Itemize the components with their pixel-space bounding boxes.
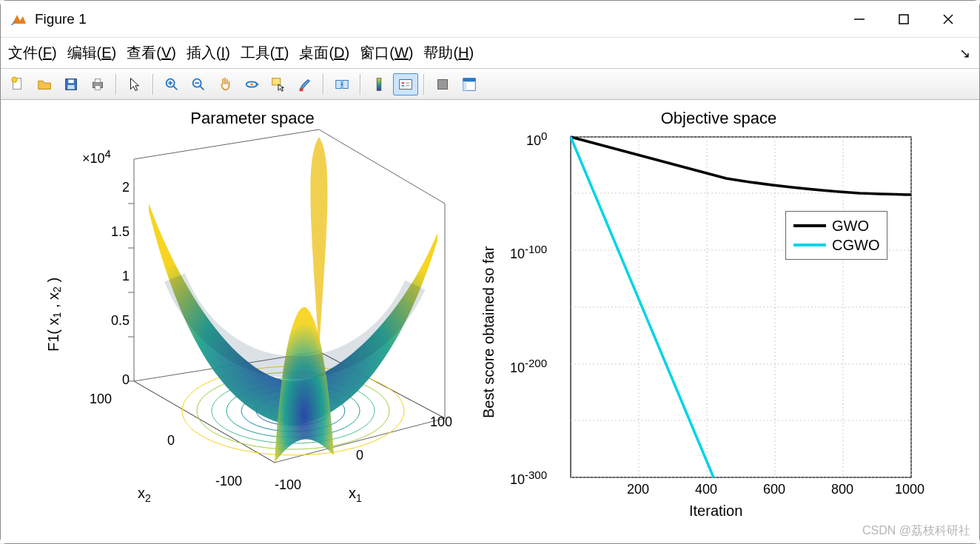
- y-tick: 100: [90, 392, 112, 407]
- y-tick: 0: [167, 433, 175, 449]
- x-tick: -100: [275, 477, 301, 493]
- svg-point-20: [250, 83, 253, 86]
- y-tick: 10-300: [510, 469, 547, 488]
- toolbar-separator: [323, 74, 324, 95]
- show-plot-tools-icon: [461, 76, 477, 93]
- svg-rect-1: [899, 15, 908, 24]
- open-folder-icon: [36, 76, 53, 93]
- minimize-button[interactable]: [837, 4, 882, 34]
- menu-insert[interactable]: 插入(I): [187, 43, 230, 63]
- z-tick: 0: [112, 372, 130, 388]
- legend-swatch-cgwo: [793, 244, 826, 246]
- legend-swatch-gwo: [793, 224, 826, 227]
- new-figure-button[interactable]: [5, 73, 30, 95]
- y-axis-label: x2: [138, 485, 151, 504]
- data-cursor-button[interactable]: [266, 73, 291, 95]
- open-button[interactable]: [32, 73, 57, 95]
- brush-button[interactable]: [292, 73, 318, 95]
- legend-entry-cgwo[interactable]: CGWO: [793, 235, 879, 255]
- brush-icon: [297, 76, 313, 93]
- x-tick: 100: [430, 414, 452, 430]
- gwo-line: [571, 137, 911, 195]
- svg-point-5: [12, 76, 17, 81]
- dock-arrow-icon[interactable]: ↘: [957, 46, 972, 61]
- x-tick: 600: [763, 482, 785, 497]
- zoom-out-button[interactable]: [186, 73, 211, 95]
- svg-rect-31: [438, 79, 448, 89]
- y-tick: -100: [215, 474, 242, 489]
- maximize-icon: [898, 13, 910, 25]
- toolbar: [1, 69, 979, 100]
- zoom-in-icon: [164, 76, 180, 93]
- show-plot-tools-button[interactable]: [457, 73, 482, 95]
- hide-plot-tools-icon: [434, 76, 451, 93]
- link-plots-button[interactable]: [329, 73, 355, 95]
- figure-window: Figure 1 文件(F) 编辑(E) 查看(V) 插入(I) 工具(T) 桌…: [0, 0, 980, 544]
- x-tick: 400: [695, 482, 717, 497]
- legend-button[interactable]: [393, 73, 418, 95]
- print-button[interactable]: [85, 73, 110, 95]
- objective-space-axes[interactable]: [519, 122, 978, 522]
- y-tick: 10-100: [510, 243, 547, 262]
- toolbar-separator: [360, 74, 361, 95]
- edit-plot-button[interactable]: [122, 73, 147, 95]
- legend-entry-gwo[interactable]: GWO: [793, 216, 879, 235]
- z-axis-exponent: ×104: [82, 147, 111, 167]
- svg-line-42: [319, 130, 445, 204]
- cgwo-line: [571, 137, 714, 477]
- save-icon: [63, 76, 79, 93]
- z-tick: 0.5: [97, 313, 130, 329]
- new-file-icon: [10, 76, 26, 93]
- pointer-icon: [127, 76, 143, 93]
- window-controls: [837, 4, 970, 34]
- z-tick: 2: [112, 180, 130, 195]
- close-button[interactable]: [926, 4, 970, 34]
- svg-rect-26: [400, 79, 412, 89]
- zoom-out-icon: [190, 76, 207, 93]
- legend-label: CGWO: [832, 237, 879, 254]
- z-tick: 1.5: [97, 224, 130, 240]
- menu-tools[interactable]: 工具(T): [241, 43, 289, 63]
- x-axis-label: x1: [349, 485, 362, 504]
- legend[interactable]: GWO CGWO: [785, 211, 887, 260]
- data-cursor-icon: [270, 76, 286, 93]
- toolbar-separator: [152, 74, 154, 95]
- svg-rect-33: [463, 78, 476, 81]
- svg-rect-23: [336, 80, 341, 88]
- menu-file[interactable]: 文件(F): [8, 43, 57, 63]
- watermark-text: CSDN @荔枝科研社: [862, 523, 970, 539]
- zoom-in-button[interactable]: [159, 73, 184, 95]
- titlebar: Figure 1: [1, 1, 979, 38]
- plot-area: Parameter space: [1, 100, 979, 543]
- y-tick: 100: [526, 130, 547, 149]
- maximize-button[interactable]: [882, 4, 926, 34]
- menu-edit[interactable]: 编辑(E): [67, 43, 117, 63]
- pan-icon: [217, 76, 233, 93]
- svg-rect-10: [95, 78, 100, 82]
- pan-button[interactable]: [212, 73, 238, 95]
- z-axis-label: F1( x1 , x2 ): [45, 218, 63, 352]
- rotate-3d-icon: [244, 76, 260, 93]
- menubar: 文件(F) 编辑(E) 查看(V) 插入(I) 工具(T) 桌面(D) 窗口(W…: [1, 38, 979, 69]
- svg-rect-34: [463, 81, 467, 90]
- svg-line-41: [134, 130, 319, 159]
- menu-window[interactable]: 窗口(W): [360, 43, 413, 63]
- x-tick: 200: [627, 482, 649, 497]
- legend-label: GWO: [832, 218, 869, 235]
- save-button[interactable]: [58, 73, 84, 95]
- menu-help[interactable]: 帮助(H): [423, 43, 474, 63]
- x-tick: 0: [356, 448, 363, 463]
- x-tick: 800: [831, 482, 853, 497]
- colorbar-button[interactable]: [366, 73, 392, 95]
- window-title: Figure 1: [35, 11, 837, 27]
- parameter-space-axes[interactable]: [1, 115, 474, 529]
- rotate3d-button[interactable]: [239, 73, 264, 95]
- menu-view[interactable]: 查看(V): [127, 43, 176, 63]
- svg-rect-7: [68, 79, 73, 83]
- link-plots-icon: [334, 76, 350, 93]
- close-icon: [942, 13, 954, 25]
- menu-desktop[interactable]: 桌面(D): [299, 43, 349, 63]
- surface-plot: [149, 137, 437, 463]
- hide-plot-tools-button[interactable]: [430, 73, 455, 95]
- toolbar-separator: [115, 74, 117, 95]
